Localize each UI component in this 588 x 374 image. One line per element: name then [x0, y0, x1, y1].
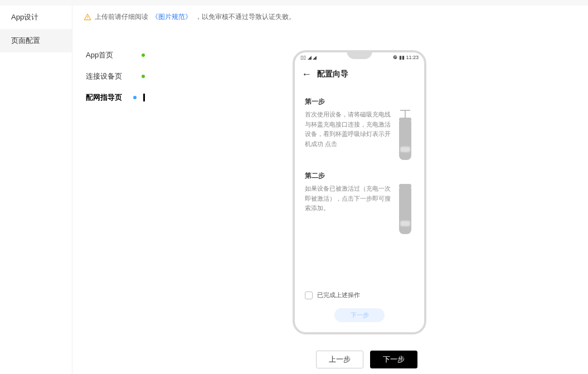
sidebar-item-label: 页面配置 [11, 36, 40, 45]
warning-icon [84, 13, 91, 21]
prev-button[interactable]: 上一步 [316, 351, 363, 368]
sidebar-item-app-design[interactable]: App设计 [0, 6, 72, 29]
confirm-label: 已完成上述操作 [317, 291, 360, 299]
svg-point-1 [87, 18, 88, 19]
device-illustration-icon [396, 110, 414, 160]
warning-suffix: ，以免审核不通过导致认证失败。 [195, 12, 295, 22]
phone-next-button[interactable]: 下一步 [334, 308, 385, 322]
upload-warning: 上传前请仔细阅读 《图片规范》 ，以免审核不通过导致认证失败。 [72, 6, 588, 26]
confirm-checkbox[interactable] [305, 292, 313, 299]
status-dot-icon [142, 75, 145, 78]
phone-footer: 已完成上述操作 下一步 [295, 291, 424, 322]
sidebar-item-page-config[interactable]: 页面配置 [0, 29, 72, 52]
phone-status-bar: ▯▯ ◢ ◢ ❿ ▮▮ 11:23 [300, 55, 419, 60]
step-desc: 首次使用设备，请将磁吸充电线与杯盖充电接口连接，充电激活设备，看到杯盖呼吸绿灯表… [305, 110, 393, 149]
sidebar-item-label: App设计 [11, 13, 38, 21]
subnav-item-label: 配网指导页 [86, 93, 122, 103]
phone-header: ← 配置向导 [295, 66, 424, 82]
active-indicator-icon [143, 94, 145, 101]
subnav-item-network-guide[interactable]: 配网指导页 [84, 87, 145, 108]
status-dot-icon [142, 54, 145, 57]
page-footer: 上一步 下一步 [145, 345, 588, 368]
next-button[interactable]: 下一步 [370, 351, 417, 368]
main-area: 上传前请仔细阅读 《图片规范》 ，以免审核不通过导致认证失败。 App首页 连接… [72, 6, 588, 374]
wizard-step-1: 第一步 首次使用设备，请将磁吸充电线与杯盖充电接口连接，充电激活设备，看到杯盖呼… [305, 97, 414, 160]
subnav-item-connect-device[interactable]: 连接设备页 [84, 66, 145, 87]
back-arrow-icon[interactable]: ← [302, 69, 312, 79]
status-dot-icon [133, 96, 137, 99]
image-spec-link[interactable]: 《图片规范》 [152, 12, 192, 22]
phone-preview: ▯▯ ◢ ◢ ❿ ▮▮ 11:23 ← 配置向导 第一步 首次使用设备，请将磁吸… [293, 50, 426, 334]
left-sidebar: App设计 页面配置 [0, 6, 72, 374]
subnav-item-app-home[interactable]: App首页 [84, 45, 145, 66]
page-subnav: App首页 连接设备页 配网指导页 [84, 45, 145, 108]
wizard-step-2: 第二步 如果设备已被激活过（充电一次即被激活），点击下一步即可搜索添加。 [305, 171, 414, 234]
step-title: 第一步 [305, 97, 414, 106]
subnav-item-label: 连接设备页 [86, 71, 122, 81]
status-right: ❿ ▮▮ 11:23 [393, 55, 419, 60]
top-strip [0, 0, 588, 6]
step-desc: 如果设备已被激活过（充电一次即被激活），点击下一步即可搜索添加。 [305, 184, 393, 213]
phone-title: 配置向导 [317, 69, 348, 79]
confirm-row[interactable]: 已完成上述操作 [305, 291, 414, 299]
phone-frame: ▯▯ ◢ ◢ ❿ ▮▮ 11:23 ← 配置向导 第一步 首次使用设备，请将磁吸… [293, 50, 426, 334]
status-left: ▯▯ ◢ ◢ [300, 55, 317, 60]
subnav-item-label: App首页 [86, 50, 113, 60]
device-illustration-icon [396, 184, 414, 234]
warning-prefix: 上传前请仔细阅读 [95, 12, 148, 22]
step-title: 第二步 [305, 171, 414, 181]
